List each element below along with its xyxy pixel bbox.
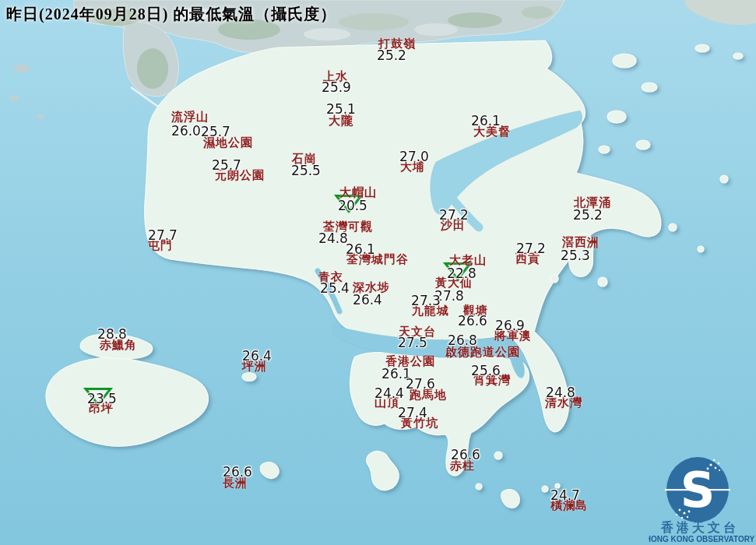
station-temperature-value: 26.4	[242, 348, 272, 364]
station-temperature-value: 24.8	[546, 385, 575, 400]
station-temperature-value: 25.6	[471, 363, 501, 378]
station-temperature-value: 24.8	[318, 230, 348, 246]
station-temperature-value: 25.3	[561, 248, 590, 263]
station-temperature-value: 25.7	[201, 124, 230, 139]
station-temperature-value: 26.9	[495, 318, 525, 333]
station-temperature-value: 27.2	[439, 207, 469, 223]
station-temperature-value: 26.1	[471, 113, 501, 128]
logo-zh-text: 香港天文台	[660, 520, 739, 534]
station-name-label: 流浮山	[171, 110, 209, 125]
station-temperature-value: 27.3	[411, 293, 441, 308]
hko-logo: S 香港天文台 HONG KONG OBSERVATORY	[649, 446, 756, 545]
station-temperature-value: 20.5	[338, 198, 367, 213]
station-temperature-value: 25.2	[573, 207, 603, 223]
map-title: 昨日(2024年09月28日) 的最低氣溫（攝氏度）	[6, 4, 336, 25]
hko-logo-graphic: S 香港天文台 HONG KONG OBSERVATORY	[649, 446, 756, 545]
station-temperature-value: 26.8	[448, 332, 477, 348]
station-temperature-value: 25.7	[212, 157, 241, 173]
station-temperature-value: 24.4	[374, 385, 404, 401]
station-temperature-value: 23.5	[87, 391, 117, 406]
station-temperature-value: 26.1	[346, 241, 375, 257]
station-temperature-value: 26.4	[353, 292, 382, 308]
station-temperature-value: 27.4	[398, 405, 427, 420]
station-temperature-value: 28.8	[97, 326, 127, 342]
hong-kong-map	[0, 0, 756, 545]
station-temperature-value: 25.1	[326, 101, 356, 117]
logo-s-symbol: S	[680, 462, 716, 519]
station-temperature-value: 27.2	[516, 241, 546, 256]
station-temperature-value: 25.4	[320, 280, 350, 296]
station-temperature-value: 26.0	[171, 123, 201, 139]
station-temperature-value: 26.6	[223, 464, 252, 480]
station-temperature-value: 25.9	[322, 79, 351, 95]
station-temperature-value: 25.2	[377, 47, 406, 63]
station-temperature-value: 26.6	[451, 447, 480, 462]
logo-en-text: HONG KONG OBSERVATORY	[649, 535, 755, 543]
station-temperature-value: 27.7	[148, 227, 178, 243]
station-temperature-value: 22.8	[447, 265, 476, 281]
station-temperature-value: 25.5	[291, 163, 321, 178]
station-temperature-value: 27.6	[406, 376, 435, 392]
station-temperature-value: 26.6	[458, 313, 487, 329]
station-temperature-value: 27.5	[398, 335, 427, 350]
map-container: 昨日(2024年09月28日) 的最低氣溫（攝氏度） 打鼓嶺25.2上水25.9…	[0, 0, 756, 545]
station-temperature-value: 27.0	[399, 149, 429, 164]
station-temperature-value: 24.7	[550, 487, 580, 503]
